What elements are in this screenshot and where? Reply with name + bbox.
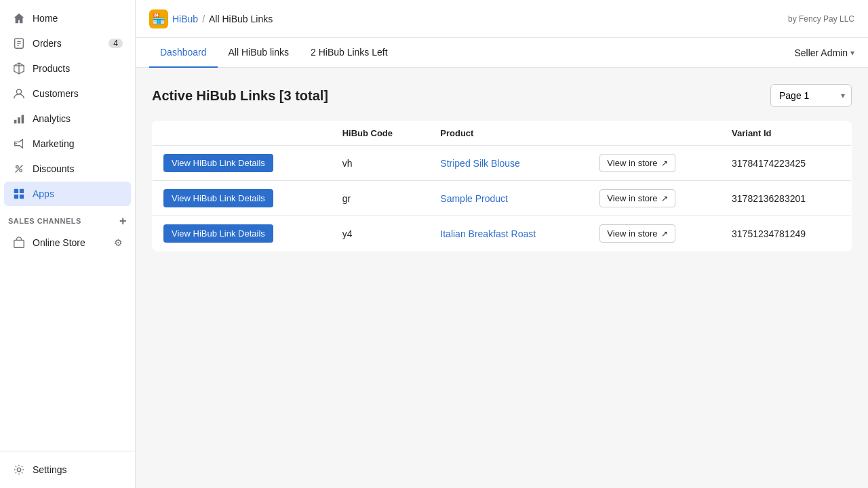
sidebar-nav: Home Orders 4 Products Customers xyxy=(0,0,135,451)
svg-rect-18 xyxy=(14,240,24,247)
online-store-icon xyxy=(12,236,26,249)
product-link[interactable]: Striped Silk Blouse xyxy=(440,158,520,169)
sidebar-item-products-label: Products xyxy=(33,63,70,74)
settings-icon xyxy=(12,463,26,476)
product-link[interactable]: Sample Product xyxy=(440,193,508,204)
sidebar-item-online-store-label: Online Store xyxy=(33,237,85,248)
content-header: Active HiBub Links [3 total] Page 1 Page… xyxy=(152,84,852,107)
view-link-details-button[interactable]: View HiBub Link Details xyxy=(163,224,273,243)
view-in-store-cell: View in store ↗ xyxy=(589,146,721,181)
sidebar-item-analytics[interactable]: Analytics xyxy=(4,106,131,131)
products-icon xyxy=(12,62,26,75)
content-area: Active HiBub Links [3 total] Page 1 Page… xyxy=(136,68,868,488)
sidebar-bottom: Settings xyxy=(0,451,135,488)
col-variant: Variant Id xyxy=(721,121,851,146)
product-cell: Striped Silk Blouse xyxy=(429,146,589,181)
col-code: HiBub Code xyxy=(332,121,430,146)
page-select[interactable]: Page 1 Page 2 xyxy=(770,84,852,107)
main-content: 🏪 HiBub / All HiBub Links by Fency Pay L… xyxy=(136,0,868,488)
svg-rect-7 xyxy=(14,120,17,123)
col-product: Product xyxy=(429,121,589,146)
tab-dashboard[interactable]: Dashboard xyxy=(149,38,218,68)
svg-point-11 xyxy=(16,166,19,169)
code-cell: vh xyxy=(332,146,430,181)
links-table: HiBub Code Product Variant Id View HiBub… xyxy=(152,121,852,251)
customers-icon xyxy=(12,87,26,100)
marketing-icon xyxy=(12,137,26,150)
sidebar-item-orders[interactable]: Orders 4 xyxy=(4,31,131,56)
svg-rect-14 xyxy=(14,189,18,193)
variant-id-cell: 31751234781249 xyxy=(721,216,851,251)
external-link-icon: ↗ xyxy=(661,229,668,239)
sidebar-item-customers-label: Customers xyxy=(33,88,79,99)
sidebar-item-online-store[interactable]: Online Store ⚙ xyxy=(4,230,131,255)
sidebar-item-customers[interactable]: Customers xyxy=(4,81,131,106)
subnav-tabs: Dashboard All HiBub links 2 HiBub Links … xyxy=(149,38,399,68)
view-link-details-button[interactable]: View HiBub Link Details xyxy=(163,154,273,172)
online-store-settings-icon[interactable]: ⚙ xyxy=(114,237,123,248)
view-in-store-button[interactable]: View in store ↗ xyxy=(599,189,675,207)
sidebar-item-marketing[interactable]: Marketing xyxy=(4,131,131,156)
powered-by: by Fency Pay LLC xyxy=(788,14,854,24)
topbar-left: 🏪 HiBub / All HiBub Links xyxy=(149,9,273,28)
external-link-icon: ↗ xyxy=(661,194,668,203)
view-in-store-button[interactable]: View in store ↗ xyxy=(599,154,675,172)
analytics-icon xyxy=(12,112,26,125)
sales-channels-header: SALES CHANNELS + xyxy=(0,207,135,230)
seller-admin-dropdown[interactable]: Seller Admin ▾ xyxy=(794,47,854,58)
sidebar-item-discounts-label: Discounts xyxy=(33,163,74,174)
variant-id-cell: 31784174223425 xyxy=(721,146,851,181)
chevron-down-icon: ▾ xyxy=(850,48,854,58)
sidebar-item-settings[interactable]: Settings xyxy=(4,458,131,482)
app-icon: 🏪 xyxy=(149,9,168,28)
seller-admin-label: Seller Admin xyxy=(794,47,848,58)
page-title: Active HiBub Links [3 total] xyxy=(152,88,328,104)
breadcrumb-app-link[interactable]: HiBub xyxy=(172,14,198,24)
breadcrumb-separator: / xyxy=(202,14,205,24)
action-cell: View HiBub Link Details xyxy=(153,146,332,181)
sidebar-item-home-label: Home xyxy=(33,13,58,24)
variant-id-cell: 31782136283201 xyxy=(721,181,851,216)
apps-icon xyxy=(12,187,26,201)
svg-point-12 xyxy=(20,169,22,172)
subnav: Dashboard All HiBub links 2 HiBub Links … xyxy=(136,38,868,68)
home-icon xyxy=(12,12,26,25)
tab-all-links[interactable]: All HiBub links xyxy=(218,38,300,68)
product-link[interactable]: Italian Breakfast Roast xyxy=(440,228,536,239)
topbar: 🏪 HiBub / All HiBub Links by Fency Pay L… xyxy=(136,0,868,38)
view-link-details-button[interactable]: View HiBub Link Details xyxy=(163,189,273,207)
sidebar-item-settings-label: Settings xyxy=(33,464,67,475)
table-header-row: HiBub Code Product Variant Id xyxy=(153,121,852,146)
col-view xyxy=(589,121,721,146)
sidebar-item-home[interactable]: Home xyxy=(4,6,131,30)
svg-rect-17 xyxy=(20,195,24,199)
page-select-wrapper: Page 1 Page 2 ▾ xyxy=(770,84,852,107)
table-row: View HiBub Link Details gr Sample Produc… xyxy=(153,181,852,216)
sidebar-item-apps-label: Apps xyxy=(33,188,54,199)
svg-rect-16 xyxy=(14,195,18,199)
code-cell: y4 xyxy=(332,216,430,251)
breadcrumb-current: All HiBub Links xyxy=(209,14,273,24)
sidebar: Home Orders 4 Products Customers xyxy=(0,0,136,488)
tab-links-left[interactable]: 2 HiBub Links Left xyxy=(300,38,399,68)
subnav-right: Seller Admin ▾ xyxy=(794,47,854,58)
table-row: View HiBub Link Details vh Striped Silk … xyxy=(153,146,852,181)
sidebar-item-discounts[interactable]: Discounts xyxy=(4,157,131,181)
orders-icon xyxy=(12,37,26,50)
sidebar-item-apps[interactable]: Apps xyxy=(4,182,131,206)
sidebar-item-marketing-label: Marketing xyxy=(33,138,74,149)
code-cell: gr xyxy=(332,181,430,216)
action-cell: View HiBub Link Details xyxy=(153,216,332,251)
view-in-store-button[interactable]: View in store ↗ xyxy=(599,224,675,243)
add-sales-channel-button[interactable]: + xyxy=(119,215,127,227)
sidebar-item-products[interactable]: Products xyxy=(4,56,131,81)
sidebar-item-analytics-label: Analytics xyxy=(33,113,71,124)
svg-rect-8 xyxy=(18,117,20,123)
external-link-icon: ↗ xyxy=(661,159,668,168)
svg-rect-9 xyxy=(22,115,24,124)
col-action xyxy=(153,121,332,146)
orders-badge: 4 xyxy=(108,39,123,48)
product-cell: Sample Product xyxy=(429,181,589,216)
view-in-store-cell: View in store ↗ xyxy=(589,181,721,216)
action-cell: View HiBub Link Details xyxy=(153,181,332,216)
